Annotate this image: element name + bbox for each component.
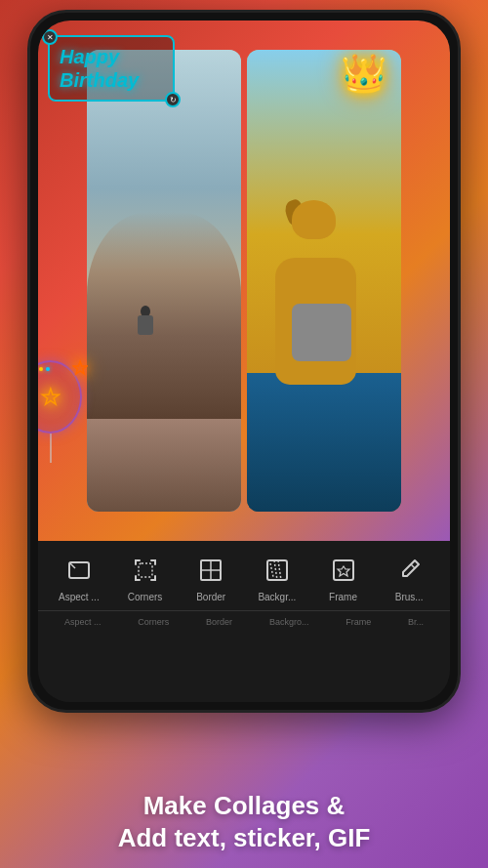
dog-photo	[247, 50, 401, 512]
balloon-sticker[interactable]: ★ ★	[38, 360, 82, 463]
brush-icon	[391, 553, 427, 588]
toolbar-secondary-row: Aspect ... Corners Border Backgro... Fra…	[38, 610, 450, 635]
toolbar: Aspect ... Corners	[38, 541, 450, 702]
corners-label-2: Corners	[138, 617, 169, 627]
background-label: Backgr...	[258, 592, 296, 602]
tool-border[interactable]: Border	[178, 553, 244, 602]
corners-icon	[128, 553, 163, 588]
aspect-icon	[61, 553, 97, 588]
star-icon: ★	[41, 385, 61, 410]
headline-line1: Make Collages &	[143, 791, 346, 820]
ramp-shape	[87, 212, 241, 420]
svg-rect-10	[334, 560, 353, 580]
star-icon-2: ★	[72, 357, 88, 379]
border-label-2: Border	[206, 617, 232, 627]
phone-frame: 👑 ✕ ↻ HappyBirthday ★ ★	[27, 10, 461, 713]
svg-line-8	[274, 560, 277, 580]
svg-line-9	[278, 560, 281, 580]
dog-vest	[292, 304, 351, 361]
border-label: Border	[196, 592, 225, 602]
frame-label: Frame	[329, 592, 357, 602]
border-icon	[193, 553, 228, 588]
toolbar-main-row: Aspect ... Corners	[38, 541, 450, 606]
phone-screen: 👑 ✕ ↻ HappyBirthday ★ ★	[38, 21, 450, 702]
frame-label-2: Frame	[346, 617, 371, 627]
headline: Make Collages & Add text, sticker, GIF	[20, 790, 468, 853]
tool-background[interactable]: Backgr...	[244, 553, 310, 602]
dog-body	[270, 188, 379, 420]
birthday-text: HappyBirthday	[60, 45, 163, 92]
tool-brush[interactable]: Brus...	[376, 553, 442, 602]
skate-photo	[87, 50, 241, 512]
brush-label: Brus...	[395, 592, 424, 602]
svg-rect-2	[139, 563, 152, 577]
balloon-circle: ★ ★	[38, 360, 82, 434]
corners-label: Corners	[128, 592, 163, 602]
sticker-handle-close[interactable]: ✕	[42, 29, 58, 45]
balloon-string	[50, 434, 52, 463]
tool-frame[interactable]: Frame	[310, 553, 377, 602]
tool-corners[interactable]: Corners	[112, 553, 179, 602]
aspect-label-2: Aspect ...	[64, 617, 102, 627]
birthday-text-sticker[interactable]: ✕ ↻ HappyBirthday	[48, 35, 175, 102]
tool-aspect[interactable]: Aspect ...	[46, 553, 112, 602]
canvas-area[interactable]: 👑 ✕ ↻ HappyBirthday ★ ★	[38, 21, 450, 541]
headline-line2: Add text, sticker, GIF	[118, 823, 371, 852]
crown-sticker[interactable]: 👑	[341, 55, 386, 92]
background-label-2: Backgro...	[269, 617, 309, 627]
brush-label-2: Br...	[408, 617, 424, 627]
dog-head	[292, 200, 336, 239]
bottom-text-section: Make Collages & Add text, sticker, GIF	[0, 790, 488, 853]
aspect-label: Aspect ...	[59, 592, 100, 602]
collage-container: 👑	[87, 50, 401, 512]
photo-left[interactable]	[87, 50, 241, 512]
background-icon	[260, 553, 295, 588]
skater-figure	[133, 306, 157, 350]
frame-icon	[326, 553, 361, 588]
svg-line-7	[270, 563, 273, 577]
photo-right[interactable]: 👑	[247, 50, 401, 512]
sticker-handle-rotate[interactable]: ↻	[165, 92, 181, 107]
